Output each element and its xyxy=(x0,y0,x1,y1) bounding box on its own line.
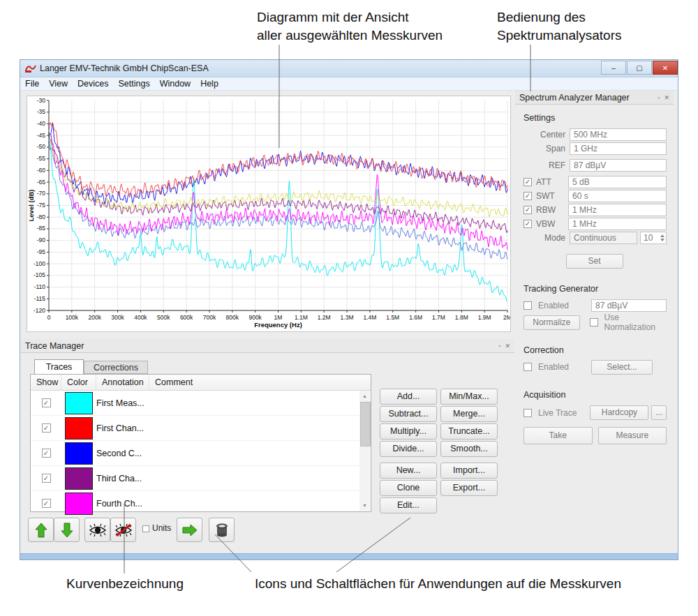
correction-enabled-checkbox[interactable] xyxy=(524,363,532,371)
svg-text:200k: 200k xyxy=(88,314,101,321)
divide-button[interactable]: Divide... xyxy=(380,441,437,457)
clone-button[interactable]: Clone xyxy=(380,480,437,496)
apply-button[interactable] xyxy=(177,518,202,542)
move-down-button[interactable] xyxy=(54,518,80,542)
minmax-button[interactable]: Min/Max... xyxy=(440,389,498,405)
minimize-button[interactable]: – xyxy=(601,61,626,75)
trace-visible-checkbox[interactable]: ✓ xyxy=(42,474,51,483)
table-row[interactable]: ✓Third Cha... xyxy=(31,466,371,491)
ref-input[interactable]: 87 dBµV xyxy=(570,159,667,172)
table-row[interactable]: ✓First Chan... xyxy=(31,416,371,441)
tg-enabled-checkbox[interactable] xyxy=(524,301,532,310)
table-scrollbar[interactable]: ▲ ▼ xyxy=(359,391,370,511)
hide-trace-button[interactable] xyxy=(110,518,136,542)
close-panel-icon[interactable]: ✕ xyxy=(505,343,510,350)
correction-select-button[interactable]: Select... xyxy=(591,360,653,375)
title-bar[interactable]: Langer EMV-Technik GmbH ChipScan-ESA xyxy=(20,60,678,77)
tab-corrections[interactable]: Corrections xyxy=(84,361,148,374)
rbw-checkbox[interactable]: ✓ xyxy=(524,206,532,214)
vbw-checkbox[interactable]: ✓ xyxy=(524,220,532,228)
trace-visible-checkbox[interactable]: ✓ xyxy=(42,398,51,407)
units-checkbox[interactable] xyxy=(142,525,149,532)
trace-manager-header[interactable]: Trace Manager ▫ ✕ xyxy=(21,339,514,353)
svg-text:-100: -100 xyxy=(34,260,45,267)
tg-level-input[interactable]: 87 dBµV xyxy=(591,299,667,312)
trace-color-swatch[interactable] xyxy=(65,493,93,515)
menu-window[interactable]: Window xyxy=(155,79,195,89)
use-normalization-checkbox[interactable] xyxy=(590,318,598,326)
hardcopy-more-button[interactable]: ... xyxy=(651,405,667,420)
move-up-button[interactable] xyxy=(28,518,54,542)
delete-trace-button[interactable] xyxy=(209,518,235,542)
add-button[interactable]: Add... xyxy=(380,389,437,405)
trace-annotation: First Meas... xyxy=(96,398,144,408)
float-panel-icon[interactable]: ▫ xyxy=(658,94,660,101)
mode-dropdown[interactable]: Continuous xyxy=(570,232,637,244)
float-panel-icon[interactable]: ▫ xyxy=(498,343,500,350)
att-input[interactable]: 5 dB xyxy=(568,176,667,188)
mode-count-spinner[interactable]: 10 xyxy=(640,232,667,244)
span-label: Span xyxy=(535,144,565,153)
menu-view[interactable]: View xyxy=(44,79,73,89)
table-row[interactable]: ✓Fourth Ch... xyxy=(31,491,371,516)
hardcopy-button[interactable]: Hardcopy xyxy=(590,405,648,420)
edit-button[interactable]: Edit... xyxy=(380,497,437,513)
truncate-button[interactable]: Truncate... xyxy=(440,423,498,440)
subtract-button[interactable]: Subtract... xyxy=(380,406,437,422)
menu-devices[interactable]: Devices xyxy=(73,79,113,89)
menu-settings[interactable]: Settings xyxy=(114,79,155,89)
close-panel-icon[interactable]: ✕ xyxy=(664,94,669,101)
span-input[interactable]: 1 GHz xyxy=(570,142,667,155)
annotation-trace-label: Kurvenbezeichnung xyxy=(66,575,184,593)
swt-checkbox[interactable]: ✓ xyxy=(524,192,532,200)
merge-button[interactable]: Merge... xyxy=(440,406,498,422)
app-logo-icon xyxy=(24,63,37,74)
live-trace-checkbox[interactable] xyxy=(524,409,532,417)
trace-color-swatch[interactable] xyxy=(65,392,93,414)
center-input[interactable]: 500 MHz xyxy=(570,128,667,141)
scrollbar-thumb[interactable] xyxy=(360,402,371,446)
table-row[interactable]: ✓First Meas... xyxy=(31,391,371,416)
spectrum-analyzer-manager-panel: Spectrum Analyzer Manager ▫ ✕ Settings C… xyxy=(515,91,674,553)
normalize-button[interactable]: Normalize xyxy=(524,315,580,330)
spectrum-plot-panel[interactable]: -30-35-40-45-50-55-60-65-70-75-80-85-90-… xyxy=(27,96,511,332)
window-bottom-edge xyxy=(20,553,678,559)
table-row[interactable]: ✓Second C... xyxy=(31,441,371,466)
trace-color-swatch[interactable] xyxy=(65,442,93,465)
trace-visible-checkbox[interactable]: ✓ xyxy=(42,449,51,458)
svg-text:-60: -60 xyxy=(37,167,46,174)
svg-text:-45: -45 xyxy=(37,132,46,139)
swt-input[interactable]: 60 s xyxy=(568,190,667,202)
multiply-button[interactable]: Multiply... xyxy=(380,423,437,440)
menu-file[interactable]: File xyxy=(20,79,44,89)
rbw-input[interactable]: 1 MHz xyxy=(568,204,667,216)
set-button[interactable]: Set xyxy=(566,254,623,269)
menu-help[interactable]: Help xyxy=(195,79,223,89)
export-button[interactable]: Export... xyxy=(440,480,498,496)
trace-visible-checkbox[interactable]: ✓ xyxy=(42,499,51,508)
trace-visible-checkbox[interactable]: ✓ xyxy=(42,423,51,433)
att-checkbox[interactable]: ✓ xyxy=(524,178,532,186)
vbw-label: VBW xyxy=(536,219,564,229)
col-comment: Comment xyxy=(149,375,212,390)
tab-traces[interactable]: Traces xyxy=(34,359,84,374)
import-button[interactable]: Import... xyxy=(440,463,498,479)
measure-button[interactable]: Measure xyxy=(598,427,667,444)
scroll-down-icon[interactable]: ▼ xyxy=(359,500,370,511)
trace-color-swatch[interactable] xyxy=(65,467,93,490)
smooth-button[interactable]: Smooth... xyxy=(440,441,498,457)
scroll-up-icon[interactable]: ▲ xyxy=(359,391,370,401)
show-trace-button[interactable] xyxy=(84,518,110,542)
spinner-up-icon[interactable] xyxy=(660,234,664,237)
take-button[interactable]: Take xyxy=(524,427,593,444)
new-button[interactable]: New... xyxy=(380,463,437,479)
close-button[interactable]: ✕ xyxy=(653,61,678,75)
svg-text:1.9M: 1.9M xyxy=(478,314,491,321)
panel-header[interactable]: Spectrum Analyzer Manager ▫ ✕ xyxy=(515,91,674,105)
trace-table-body: ✓First Meas...✓First Chan...✓Second C...… xyxy=(31,391,371,516)
vbw-input[interactable]: 1 MHz xyxy=(568,218,667,230)
trace-color-swatch[interactable] xyxy=(65,417,93,440)
correction-enabled-label: Enabled xyxy=(538,362,580,372)
maximize-button[interactable]: ▢ xyxy=(627,61,652,75)
spinner-down-icon[interactable] xyxy=(660,239,664,241)
